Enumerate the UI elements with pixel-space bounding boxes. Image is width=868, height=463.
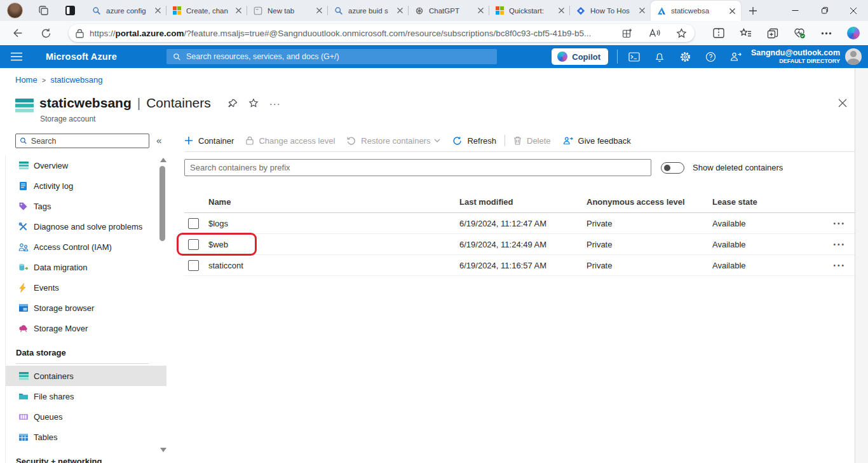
account-info[interactable]: Sangndu@outlook.com DEFAULT DIRECTORY (751, 48, 840, 65)
menu-item-storage-browser[interactable]: Storage browser (6, 298, 166, 318)
table-row-web[interactable]: $web 6/19/2024, 11:24:49 AM Private Avai… (184, 234, 855, 255)
tab-label: Create, chan (186, 7, 233, 15)
close-window-icon[interactable] (839, 0, 868, 21)
split-screen-icon[interactable] (713, 28, 724, 38)
delete-button[interactable]: Delete (513, 136, 551, 146)
menu-item-storage-mover[interactable]: Storage Mover (6, 318, 166, 338)
collections-icon[interactable] (767, 28, 778, 39)
column-last-modified[interactable]: Last modified (459, 197, 587, 207)
tab-close-icon[interactable] (475, 6, 485, 16)
azure-search-bar[interactable]: Search resources, services, and docs (G+… (166, 49, 497, 64)
copilot-icon[interactable] (847, 27, 860, 39)
row-more-icon[interactable]: ••• (822, 262, 855, 269)
favorite-star-icon[interactable] (676, 28, 687, 39)
tab-close-icon[interactable] (637, 6, 647, 16)
back-icon[interactable] (9, 24, 27, 42)
copilot-button[interactable]: Copilot (552, 48, 608, 65)
workspaces-icon[interactable] (38, 5, 50, 17)
menu-scrollbar-up[interactable] (160, 158, 166, 162)
tab-create-chan[interactable]: Create, chan (166, 0, 247, 21)
breadcrumb-home-link[interactable]: Home (15, 75, 37, 85)
container-name[interactable]: $web (208, 240, 459, 249)
tab-staticwebsang-active[interactable]: staticwebsa (651, 1, 741, 21)
page-scrollbar-gutter[interactable] (855, 68, 868, 463)
add-container-button[interactable]: Container (184, 136, 234, 146)
menu-item-events[interactable]: Events (6, 277, 166, 298)
favorites-list-icon[interactable] (740, 28, 752, 39)
tab-close-icon[interactable] (556, 6, 566, 16)
menu-item-activity-log[interactable]: Activity log (6, 176, 166, 196)
feedback-icon[interactable] (723, 45, 749, 68)
settings-gear-icon[interactable] (672, 45, 698, 68)
new-tab-button[interactable] (749, 6, 757, 15)
collapse-menu-icon[interactable]: « (156, 135, 161, 146)
storage-mover-icon (18, 324, 29, 333)
menu-item-tables[interactable]: Tables (6, 427, 166, 447)
minimize-icon[interactable] (780, 0, 810, 21)
menu-scrollbar-down[interactable] (160, 448, 166, 452)
row-more-icon[interactable]: ••• (822, 220, 855, 227)
menu-item-queues[interactable]: Queues (6, 406, 166, 427)
notifications-bell-icon[interactable] (647, 45, 672, 68)
show-deleted-toggle[interactable] (661, 162, 684, 174)
menu-item-tags[interactable]: Tags (6, 196, 166, 216)
hamburger-menu-icon[interactable] (11, 52, 22, 61)
menu-scrollbar-thumb[interactable] (159, 166, 165, 241)
menu-search-input[interactable] (31, 137, 145, 146)
settings-more-icon[interactable] (821, 32, 832, 35)
menu-item-overview[interactable]: Overview (6, 155, 166, 176)
restore-containers-button[interactable]: Restore containers (347, 136, 440, 146)
row-checkbox[interactable] (188, 218, 199, 229)
row-checkbox[interactable] (188, 239, 199, 250)
tab-how-to[interactable]: How To Hos (570, 0, 651, 21)
tab-chatgpt[interactable]: ChatGPT (409, 0, 489, 21)
change-access-level-button[interactable]: Change access level (246, 136, 335, 146)
menu-item-access-control[interactable]: Access Control (IAM) (6, 237, 166, 257)
tab-new-tab[interactable]: New tab (247, 0, 328, 21)
container-prefix-search-input[interactable] (184, 159, 651, 176)
tab-close-icon[interactable] (233, 6, 243, 16)
row-checkbox[interactable] (188, 260, 199, 271)
favorite-star-icon[interactable] (248, 98, 259, 108)
browser-essentials-icon[interactable] (794, 28, 806, 39)
maximize-icon[interactable] (810, 0, 839, 21)
vertical-tabs-icon[interactable] (65, 5, 76, 16)
close-blade-icon[interactable] (838, 99, 847, 107)
tab-close-icon[interactable] (727, 6, 737, 16)
help-icon[interactable] (698, 45, 723, 68)
tab-close-icon[interactable] (395, 6, 405, 16)
read-aloud-icon[interactable] (649, 28, 660, 38)
container-name[interactable]: staticcont (208, 261, 459, 270)
address-bar[interactable]: https://portal.azure.com/?feature.msaljs… (69, 24, 695, 42)
give-feedback-button[interactable]: Give feedback (563, 136, 631, 146)
row-more-icon[interactable]: ••• (822, 241, 855, 248)
account-avatar[interactable] (845, 48, 862, 65)
tab-close-icon[interactable] (153, 6, 163, 16)
column-lease-state[interactable]: Lease state (712, 197, 855, 207)
column-name[interactable]: Name (208, 197, 459, 207)
reload-icon[interactable] (37, 24, 55, 42)
table-row-logs[interactable]: $logs 6/19/2024, 11:12:47 AM Private Ava… (184, 213, 855, 234)
refresh-button[interactable]: Refresh (452, 136, 496, 146)
more-options-icon[interactable]: ··· (269, 98, 281, 109)
table-row-staticcont[interactable]: staticcont 6/19/2024, 11:16:57 AM Privat… (184, 255, 855, 276)
menu-divider (16, 363, 149, 364)
tab-azure-buid[interactable]: azure buid s (328, 0, 409, 21)
pin-icon[interactable] (228, 99, 238, 108)
column-access-level[interactable]: Anonymous access level (587, 197, 712, 207)
cloud-shell-icon[interactable] (621, 45, 647, 68)
menu-item-containers[interactable]: Containers (6, 366, 166, 386)
container-name[interactable]: $logs (208, 219, 459, 228)
tab-quickstart[interactable]: Quickstart: (489, 0, 570, 21)
browser-profile-avatar[interactable] (7, 3, 23, 18)
azure-brand[interactable]: Microsoft Azure (46, 52, 117, 62)
tab-close-icon[interactable] (314, 6, 324, 16)
menu-item-diagnose[interactable]: Diagnose and solve problems (6, 216, 166, 237)
menu-item-data-migration[interactable]: Data migration (6, 257, 166, 277)
menu-search-box[interactable] (15, 134, 149, 148)
overview-icon (18, 161, 29, 170)
enhance-icon[interactable] (622, 28, 633, 39)
menu-item-file-shares[interactable]: File shares (6, 386, 166, 406)
breadcrumb-current-link[interactable]: staticwebsang (50, 75, 102, 85)
tab-azure-config[interactable]: azure config (86, 0, 166, 21)
